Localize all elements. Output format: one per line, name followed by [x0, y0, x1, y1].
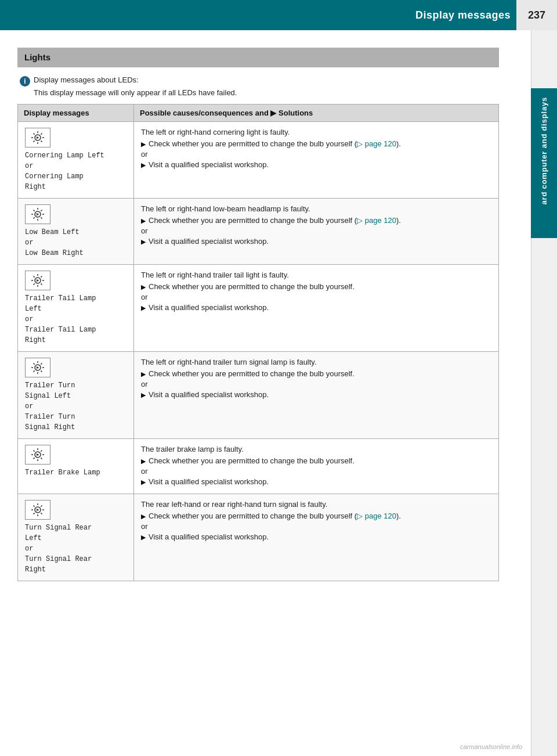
solutions-cell-3: The left or right-hand trailer tail ligh…: [134, 265, 499, 352]
page-number-box: 237: [516, 0, 557, 30]
info-icon: i: [20, 76, 30, 87]
svg-text:!: !: [36, 279, 37, 283]
svg-line-27: [34, 276, 35, 278]
msg-code-2: Low Beam Left or Low Beam Right: [25, 228, 84, 257]
svg-text:!: !: [36, 213, 37, 217]
solution-item-2-1: ▶Check whether you are permitted to chan…: [141, 216, 491, 225]
arrow-icon-2-2: ▶: [141, 238, 146, 246]
lead-text-1: The left or right-hand cornering light i…: [141, 128, 491, 136]
col2-header: Possible causes/consequences and ▶ Solut…: [134, 105, 499, 122]
svg-line-38: [34, 363, 35, 365]
svg-line-29: [41, 276, 42, 278]
svg-line-62: [41, 506, 42, 507]
lead-text-2: The left or right-hand low-beam headlamp…: [141, 204, 491, 213]
svg-text:!: !: [36, 453, 37, 457]
svg-line-30: [34, 283, 35, 285]
svg-line-63: [34, 513, 35, 514]
solution-item-6-2: ▶Visit a qualified specialist workshop.: [141, 532, 491, 541]
or-text-1: or: [141, 150, 491, 159]
page-number: 237: [528, 9, 545, 21]
arrow-icon-5-2: ▶: [141, 478, 146, 486]
side-tab-container: On-board computer and displays: [531, 30, 557, 756]
svg-line-18: [41, 210, 42, 211]
lead-text-5: The trailer brake lamp is faulty.: [141, 445, 491, 453]
arrow-icon-5-1: ▶: [141, 458, 146, 465]
solution-text-4-1: Check whether you are permitted to chang…: [149, 369, 355, 378]
solutions-cell-4: The left or right-hand trailer turn sign…: [134, 352, 499, 439]
svg-line-19: [34, 217, 35, 218]
solution-text-1-1: Check whether you are permitted to chang…: [149, 139, 401, 148]
or-text-4: or: [141, 380, 491, 388]
solution-text-4-2: Visit a qualified specialist workshop.: [149, 390, 269, 399]
msg-code-3: Trailer Tail Lamp Left or Trailer Tail L…: [25, 294, 96, 344]
solution-text-6-2: Visit a qualified specialist workshop.: [149, 532, 269, 541]
lead-text-6: The rear left-hand or rear right-hand tu…: [141, 500, 491, 509]
display-msg-cell-2: ! Low Beam Left or Low Beam Right: [18, 199, 134, 265]
solutions-cell-2: The left or right-hand low-beam headlamp…: [134, 199, 499, 265]
solution-item-1-2: ▶Visit a qualified specialist workshop.: [141, 160, 491, 169]
svg-line-6: [41, 141, 42, 142]
solutions-cell-5: The trailer brake lamp is faulty.▶Check …: [134, 439, 499, 494]
solution-text-1-2: Visit a qualified specialist workshop.: [149, 160, 269, 169]
page-ref: ▷ page 120: [357, 139, 396, 148]
page-ref: ▷ page 120: [357, 512, 396, 520]
arrow-icon-3-1: ▶: [141, 283, 146, 291]
svg-line-61: [41, 513, 42, 514]
svg-line-51: [41, 451, 42, 452]
svg-line-52: [34, 458, 35, 459]
col1-header: Display messages: [18, 105, 134, 122]
svg-line-49: [34, 451, 35, 452]
arrow-icon-1-2: ▶: [141, 161, 146, 169]
display-msg-cell-4: ! Trailer Turn Signal Left or Trailer Tu…: [18, 352, 134, 439]
svg-line-7: [41, 134, 42, 135]
svg-line-28: [41, 283, 42, 285]
lamp-icon-1: !: [25, 128, 50, 147]
header-title: Display messages: [415, 9, 511, 21]
or-text-2: or: [141, 226, 491, 235]
watermark: carmanualsonline.info: [460, 743, 522, 750]
svg-line-40: [41, 363, 42, 365]
msg-code-5: Trailer Brake Lamp: [25, 469, 100, 477]
or-text-6: or: [141, 522, 491, 531]
svg-text:!: !: [36, 136, 37, 140]
solutions-cell-1: The left or right-hand cornering light i…: [134, 122, 499, 199]
lead-text-4: The left or right-hand trailer turn sign…: [141, 358, 491, 366]
solution-text-5-2: Visit a qualified specialist workshop.: [149, 477, 269, 486]
or-text-5: or: [141, 467, 491, 476]
arrow-icon-6-1: ▶: [141, 513, 146, 520]
lamp-icon-4: !: [25, 358, 50, 377]
solution-text-3-1: Check whether you are permitted to chang…: [149, 282, 355, 291]
lead-text-3: The left or right-hand trailer tail ligh…: [141, 271, 491, 279]
svg-line-41: [34, 370, 35, 372]
svg-line-60: [34, 506, 35, 507]
info-text-1: Display messages about LEDs:: [34, 75, 139, 84]
lamp-icon-2: !: [25, 204, 50, 224]
arrow-icon-3-2: ▶: [141, 304, 146, 312]
msg-code-1: Cornering Lamp Left or Cornering Lamp Ri…: [25, 152, 104, 191]
info-text-2: This display message will only appear if…: [34, 88, 237, 97]
svg-text:!: !: [36, 508, 37, 512]
arrow-icon-6-2: ▶: [141, 534, 146, 541]
solution-item-4-1: ▶Check whether you are permitted to chan…: [141, 369, 491, 378]
info-sub: This display message will only appear if…: [20, 88, 499, 97]
svg-text:!: !: [36, 366, 37, 370]
solution-text-3-2: Visit a qualified specialist workshop.: [149, 303, 269, 312]
arrow-icon-1-1: ▶: [141, 141, 146, 148]
solution-item-5-1: ▶Check whether you are permitted to chan…: [141, 456, 491, 465]
arrow-icon-4-2: ▶: [141, 391, 146, 399]
or-text-3: or: [141, 293, 491, 301]
svg-line-5: [34, 134, 35, 135]
info-line-1: i Display messages about LEDs:: [20, 75, 499, 87]
main-content: Lights i Display messages about LEDs: Th…: [0, 30, 531, 599]
solution-text-2-2: Visit a qualified specialist workshop.: [149, 237, 269, 246]
lamp-icon-6: !: [25, 500, 50, 520]
arrow-icon-4-1: ▶: [141, 370, 146, 378]
display-msg-cell-5: ! Trailer Brake Lamp: [18, 439, 134, 494]
lamp-icon-3: !: [25, 271, 50, 290]
solution-item-3-1: ▶Check whether you are permitted to chan…: [141, 282, 491, 291]
solution-text-2-1: Check whether you are permitted to chang…: [149, 216, 401, 225]
display-msg-cell-3: ! Trailer Tail Lamp Left or Trailer Tail…: [18, 265, 134, 352]
msg-code-6: Turn Signal Rear Left or Turn Signal Rea…: [25, 524, 92, 574]
solution-text-6-1: Check whether you are permitted to chang…: [149, 512, 401, 520]
arrow-icon-2-1: ▶: [141, 217, 146, 225]
